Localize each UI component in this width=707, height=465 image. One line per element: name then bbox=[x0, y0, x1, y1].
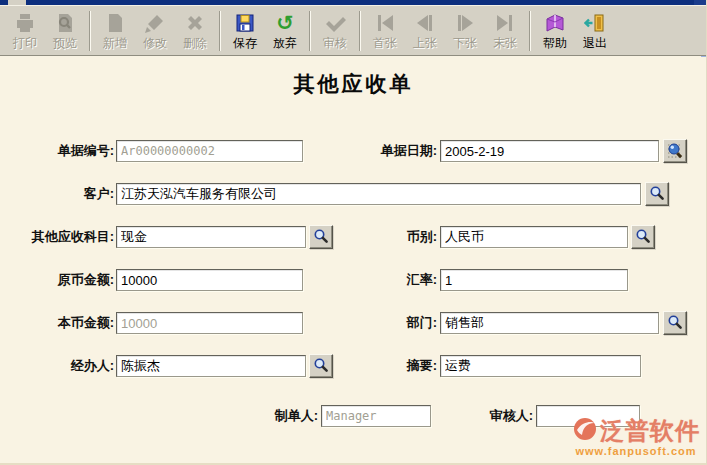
prev-record-icon bbox=[414, 10, 436, 36]
first-record-button: 首张 bbox=[365, 8, 405, 54]
help-book-icon bbox=[544, 10, 566, 36]
page-title: 其他应收单 bbox=[0, 70, 707, 98]
other-receivables-window: 打印 预览 新增 修改 删除 bbox=[0, 0, 707, 465]
prev-record-label: 上张 bbox=[413, 36, 437, 51]
subject-input[interactable] bbox=[116, 226, 306, 248]
floppy-save-icon bbox=[234, 10, 256, 36]
save-label: 保存 bbox=[233, 36, 257, 51]
doc-no-input bbox=[116, 140, 303, 162]
orig-amount-label: 原币金额: bbox=[20, 269, 114, 291]
printer-icon bbox=[14, 10, 36, 36]
vendor-watermark: 泛普软件 www.fanpusoft.com bbox=[572, 415, 700, 457]
customer-label: 客户: bbox=[50, 183, 114, 205]
exit-label: 退出 bbox=[583, 36, 607, 51]
new-label: 新增 bbox=[103, 36, 127, 51]
exit-door-icon bbox=[584, 10, 606, 36]
rate-label: 汇率: bbox=[370, 269, 437, 291]
handler-label: 经办人: bbox=[20, 355, 114, 377]
discard-label: 放弃 bbox=[273, 36, 297, 51]
department-lookup-button[interactable] bbox=[663, 311, 687, 335]
toolbar: 打印 预览 新增 修改 删除 bbox=[0, 5, 707, 56]
watermark-url: www.fanpusoft.com bbox=[572, 445, 700, 457]
help-button[interactable]: 帮助 bbox=[535, 8, 575, 54]
rate-input[interactable] bbox=[440, 269, 628, 291]
magnifier-icon bbox=[667, 314, 683, 333]
currency-lookup-button[interactable] bbox=[631, 225, 655, 249]
undo-arrow-icon: ↺ bbox=[276, 10, 294, 36]
toolbar-separator bbox=[309, 11, 311, 51]
calendar-lookup-icon bbox=[666, 141, 684, 162]
new-document-icon bbox=[104, 10, 126, 36]
help-label: 帮助 bbox=[543, 36, 567, 51]
audit-label: 审核 bbox=[323, 36, 347, 51]
subject-lookup-button[interactable] bbox=[309, 225, 333, 249]
delete-button: 删除 bbox=[175, 8, 215, 54]
currency-input[interactable] bbox=[440, 226, 628, 248]
handler-lookup-button[interactable] bbox=[309, 354, 333, 378]
subject-label: 其他应收科目: bbox=[5, 226, 114, 248]
first-record-icon bbox=[374, 10, 396, 36]
new-button: 新增 bbox=[95, 8, 135, 54]
save-button[interactable]: 保存 bbox=[225, 8, 265, 54]
edit-pencil-icon bbox=[144, 10, 166, 36]
preview-button: 预览 bbox=[45, 8, 85, 54]
doc-date-label: 单据日期: bbox=[360, 140, 437, 162]
creator-input bbox=[321, 405, 431, 427]
doc-date-lookup-button[interactable] bbox=[663, 139, 687, 163]
department-label: 部门: bbox=[370, 312, 437, 334]
delete-label: 删除 bbox=[183, 36, 207, 51]
toolbar-separator bbox=[219, 11, 221, 51]
summary-label: 摘要: bbox=[370, 355, 437, 377]
checkmark-icon bbox=[324, 10, 346, 36]
last-record-button: 末张 bbox=[485, 8, 525, 54]
magnifier-icon bbox=[313, 357, 329, 376]
toolbar-separator bbox=[359, 11, 361, 51]
preview-icon bbox=[54, 10, 76, 36]
customer-lookup-button[interactable] bbox=[645, 182, 669, 206]
customer-input[interactable] bbox=[116, 183, 641, 205]
toolbar-separator bbox=[529, 11, 531, 51]
audit-button: 审核 bbox=[315, 8, 355, 54]
local-amount-input bbox=[116, 312, 303, 334]
watermark-brand: 泛普软件 bbox=[600, 415, 700, 447]
last-record-label: 末张 bbox=[493, 36, 517, 51]
next-record-button: 下张 bbox=[445, 8, 485, 54]
doc-date-input[interactable] bbox=[440, 140, 659, 162]
delete-x-icon bbox=[184, 10, 206, 36]
handler-input[interactable] bbox=[116, 355, 306, 377]
toolbar-separator bbox=[89, 11, 91, 51]
prev-record-button: 上张 bbox=[405, 8, 445, 54]
preview-label: 预览 bbox=[53, 36, 77, 51]
magnifier-icon bbox=[313, 228, 329, 247]
auditor-label: 审核人: bbox=[455, 405, 533, 427]
next-record-icon bbox=[454, 10, 476, 36]
fanpu-logo-icon bbox=[572, 416, 598, 446]
creator-label: 制单人: bbox=[240, 405, 318, 427]
doc-no-label: 单据编号: bbox=[20, 140, 114, 162]
summary-input[interactable] bbox=[440, 355, 641, 377]
print-button: 打印 bbox=[5, 8, 45, 54]
exit-button[interactable]: 退出 bbox=[575, 8, 615, 54]
local-amount-label: 本币金额: bbox=[20, 312, 114, 334]
magnifier-icon bbox=[635, 228, 651, 247]
modify-button: 修改 bbox=[135, 8, 175, 54]
last-record-icon bbox=[494, 10, 516, 36]
next-record-label: 下张 bbox=[453, 36, 477, 51]
department-input[interactable] bbox=[440, 312, 659, 334]
magnifier-icon bbox=[649, 185, 665, 204]
first-record-label: 首张 bbox=[373, 36, 397, 51]
orig-amount-input[interactable] bbox=[116, 269, 303, 291]
modify-label: 修改 bbox=[143, 36, 167, 51]
discard-button[interactable]: ↺ 放弃 bbox=[265, 8, 305, 54]
currency-label: 币别: bbox=[370, 226, 437, 248]
print-label: 打印 bbox=[13, 36, 37, 51]
